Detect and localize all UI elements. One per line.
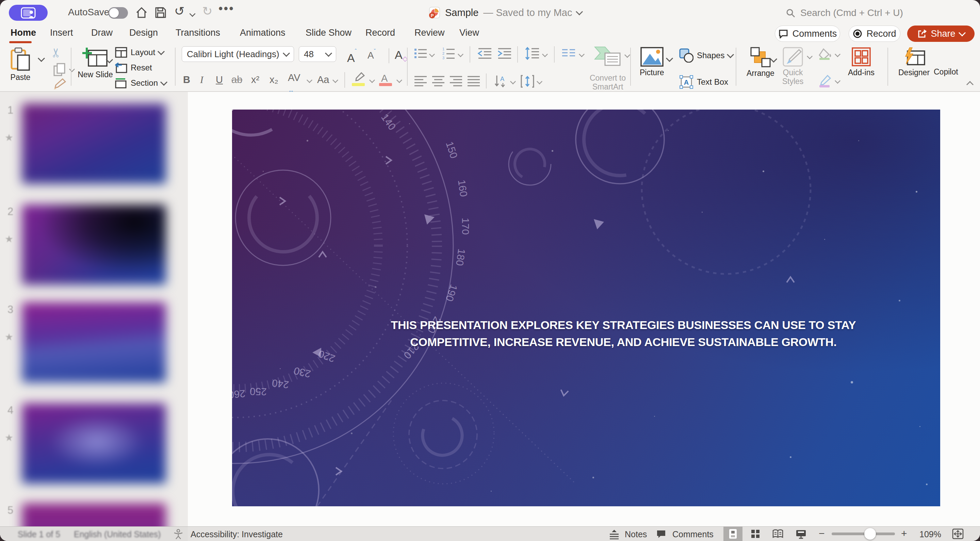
title-chevron-icon[interactable] — [576, 8, 583, 15]
tab-home[interactable]: Home — [11, 27, 36, 38]
change-case-button[interactable]: Aa — [317, 74, 329, 85]
columns-icon[interactable] — [562, 48, 576, 58]
numbered-list-icon[interactable]: 123 — [442, 47, 455, 60]
align-right-icon[interactable] — [449, 76, 463, 86]
paste-chevron-icon[interactable] — [38, 55, 45, 62]
normal-view-button[interactable] — [724, 527, 743, 541]
spacing-chevron-icon[interactable] — [307, 77, 312, 83]
slide-thumbnail-5[interactable] — [22, 503, 166, 527]
comments-button[interactable]: Comments — [775, 25, 840, 42]
justify-icon[interactable] — [467, 76, 480, 86]
columns-chevron-icon[interactable] — [579, 51, 585, 57]
smartart-icon[interactable] — [593, 46, 621, 67]
quick-styles-button[interactable]: Quick Styles — [782, 47, 804, 86]
home-icon[interactable] — [135, 6, 148, 19]
slide-thumbnail-3[interactable] — [22, 302, 166, 382]
share-button[interactable]: Share — [907, 25, 975, 42]
slide-sorter-button[interactable] — [746, 527, 765, 541]
arrange-button[interactable]: Arrange — [746, 47, 775, 78]
bullet-list-icon[interactable] — [414, 48, 427, 59]
font-size-select[interactable]: 48 — [299, 46, 336, 62]
undo-chevron-icon[interactable] — [189, 11, 195, 17]
zoom-level[interactable]: 109% — [920, 530, 941, 539]
text-direction-icon[interactable]: A — [494, 75, 508, 88]
numbering-chevron-icon[interactable] — [458, 51, 463, 57]
text-box-button[interactable]: A Text Box — [679, 75, 728, 89]
presenter-coaching-button[interactable] — [9, 5, 48, 21]
smartart-chevron-icon[interactable] — [624, 52, 630, 58]
font-color-chevron-icon[interactable] — [396, 77, 402, 83]
tab-review[interactable]: Review — [414, 27, 445, 38]
cut-icon[interactable]: ✂ — [49, 48, 63, 58]
align-text-icon[interactable] — [520, 75, 534, 88]
align-center-icon[interactable] — [431, 76, 445, 86]
slide-text[interactable]: THIS PRESENTATION EXPLORES KEY STRATEGIE… — [385, 317, 862, 350]
slide-canvas[interactable]: 140 150 160 170 180 190 200 210 220 230 … — [232, 110, 940, 506]
section-button[interactable]: Section — [115, 78, 166, 89]
slide-thumbnail-4[interactable] — [22, 403, 166, 484]
shape-outline-chevron-icon[interactable] — [835, 78, 840, 84]
text-direction-chevron-icon[interactable] — [510, 79, 516, 84]
copy-icon[interactable] — [53, 63, 66, 77]
font-color-button[interactable]: A — [381, 73, 388, 84]
new-slide-button[interactable]: New Slide — [78, 46, 113, 79]
line-spacing-icon[interactable] — [525, 47, 540, 60]
tab-transitions[interactable]: Transitions — [176, 27, 220, 38]
character-spacing-button[interactable]: AV↔ — [288, 72, 301, 95]
tab-record[interactable]: Record — [366, 27, 395, 38]
document-title[interactable]: P Sample — Saved to my Mac — [428, 6, 582, 19]
tab-draw[interactable]: Draw — [91, 27, 113, 38]
undo-icon[interactable]: ↺ — [174, 4, 185, 18]
redo-icon[interactable]: ↻ — [202, 4, 212, 18]
autosave-toggle[interactable] — [108, 7, 128, 19]
zoom-slider-thumb[interactable] — [864, 528, 876, 539]
case-chevron-icon[interactable] — [332, 77, 338, 83]
subscript-button[interactable]: x₂ — [269, 74, 278, 85]
picture-chevron-icon[interactable] — [666, 55, 673, 62]
font-name-select[interactable]: Calibri Light (Headings) — [182, 46, 294, 62]
tab-design[interactable]: Design — [129, 27, 158, 38]
slide-thumbnail-1[interactable] — [22, 103, 166, 184]
notes-toggle[interactable]: Notes — [625, 530, 647, 539]
highlight-chevron-icon[interactable] — [369, 77, 375, 83]
clear-formatting-icon[interactable]: A◇ — [395, 48, 408, 63]
shapes-button[interactable]: Shapes — [679, 48, 733, 63]
zoom-slider-track[interactable] — [832, 533, 895, 535]
italic-button[interactable]: I — [200, 74, 204, 85]
align-left-icon[interactable] — [414, 76, 427, 86]
fit-to-window-icon[interactable] — [952, 528, 964, 539]
shape-fill-icon[interactable] — [818, 48, 832, 60]
tab-animations[interactable]: Animations — [240, 27, 285, 38]
copilot-button[interactable]: Copilot — [934, 47, 958, 76]
designer-button[interactable]: Designer — [898, 47, 930, 77]
zoom-in-button[interactable]: + — [901, 528, 907, 539]
slideshow-button[interactable] — [791, 527, 811, 541]
more-commands-icon[interactable]: ••• — [218, 2, 234, 16]
layout-button[interactable]: Layout — [115, 47, 164, 58]
copy-chevron-icon[interactable] — [69, 66, 75, 72]
decrease-indent-icon[interactable] — [477, 48, 492, 59]
tab-view[interactable]: View — [460, 27, 479, 38]
comments-toggle[interactable]: Comments — [672, 530, 714, 539]
strikethrough-button[interactable]: ab — [231, 74, 242, 85]
zoom-out-button[interactable]: − — [819, 528, 825, 539]
search-input[interactable] — [800, 7, 961, 19]
convert-smartart-button[interactable]: Convert to SmartArt — [577, 72, 638, 91]
accessibility-status[interactable]: Accessibility: Investigate — [191, 530, 283, 539]
shape-fill-chevron-icon[interactable] — [835, 51, 840, 57]
tab-slide-show[interactable]: Slide Show — [305, 27, 352, 38]
reading-view-button[interactable] — [768, 527, 788, 541]
highlight-color-icon[interactable] — [352, 72, 366, 83]
picture-button[interactable]: Picture — [640, 47, 664, 77]
language-status[interactable]: English (United States) — [74, 530, 161, 539]
shape-outline-icon[interactable] — [818, 75, 832, 88]
addins-button[interactable]: Add-ins — [848, 47, 875, 77]
reset-button[interactable]: Reset — [115, 62, 152, 73]
superscript-button[interactable]: x² — [251, 74, 259, 85]
save-icon[interactable] — [154, 6, 167, 19]
bullets-chevron-icon[interactable] — [429, 51, 435, 57]
increase-indent-icon[interactable] — [497, 48, 512, 59]
quick-styles-chevron-icon[interactable] — [807, 53, 813, 59]
paste-button[interactable]: Paste — [9, 47, 32, 82]
slide-thumbnail-2[interactable] — [22, 204, 166, 285]
